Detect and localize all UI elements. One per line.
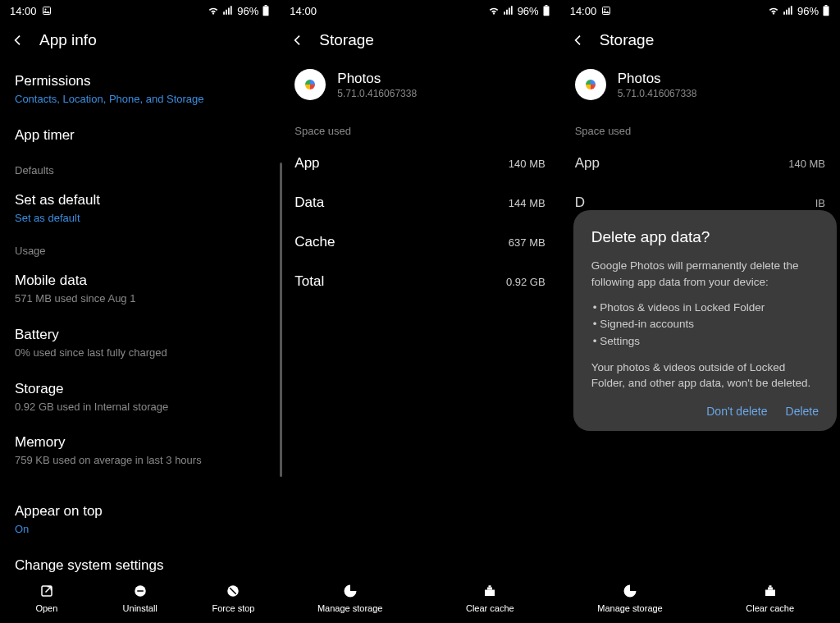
screen-header: App info — [0, 21, 280, 64]
back-icon[interactable] — [572, 34, 585, 47]
page-title: Storage — [600, 31, 655, 49]
app-header: Photos 5.71.0.416067338 — [575, 64, 825, 117]
status-time: 14:00 — [10, 5, 37, 17]
uninstall-button[interactable]: Uninstall — [94, 584, 187, 613]
battery-percent: 96% — [518, 5, 539, 17]
google-photos-logo-icon — [581, 75, 600, 94]
clear-cache-icon — [482, 584, 497, 598]
screen-storage: 14:00 96% Storage Photos 5.71.0 — [280, 0, 559, 623]
battery-icon — [542, 5, 550, 16]
dialog-actions: Don't delete Delete — [591, 405, 819, 418]
wifi-icon — [208, 5, 219, 16]
usage-header: Usage — [15, 236, 265, 263]
screen-header: Storage — [280, 21, 559, 64]
page-title: Storage — [319, 31, 374, 49]
wifi-icon — [768, 5, 779, 16]
storage-row-total: Total 0.92 GB — [294, 262, 545, 301]
force-stop-button[interactable]: Force stop — [187, 584, 281, 613]
svg-rect-8 — [543, 6, 549, 16]
photos-app-icon — [575, 69, 606, 100]
image-icon — [601, 6, 611, 16]
signal-icon — [503, 5, 514, 16]
status-time: 14:00 — [570, 5, 597, 17]
app-name: Photos — [337, 71, 417, 87]
battery-item[interactable]: Battery 0% used since last fully charged — [15, 318, 265, 372]
status-time: 14:00 — [290, 5, 317, 17]
svg-rect-12 — [489, 585, 491, 587]
svg-point-1 — [44, 9, 46, 11]
settings-list: Permissions Contacts, Location, Phone, a… — [0, 64, 280, 575]
svg-rect-2 — [263, 6, 269, 16]
scrollbar[interactable] — [280, 163, 282, 477]
svg-rect-9 — [545, 5, 547, 6]
manage-storage-icon — [623, 584, 637, 598]
svg-rect-19 — [769, 585, 771, 587]
battery-percent: 96% — [797, 5, 819, 17]
status-bar: 14:00 96% — [0, 0, 280, 21]
change-system-settings-item[interactable]: Change system settings Allowed — [15, 548, 265, 575]
svg-point-14 — [605, 9, 606, 11]
battery-icon — [822, 5, 830, 16]
defaults-header: Defaults — [15, 156, 265, 183]
svg-rect-17 — [765, 590, 775, 597]
status-bar: 14:00 96% — [280, 0, 559, 21]
svg-rect-15 — [823, 6, 829, 16]
space-used-header: Space used — [575, 117, 825, 144]
image-icon — [42, 6, 52, 16]
dialog-outro: Your photos & videos outside of Locked F… — [591, 360, 819, 392]
bottom-bar: Manage storage Clear cache — [280, 575, 559, 623]
clear-cache-button[interactable]: Clear cache — [420, 584, 560, 613]
open-icon — [39, 584, 54, 598]
bottom-bar: Open Uninstall Force stop — [0, 575, 280, 623]
force-stop-icon — [226, 584, 240, 598]
svg-rect-11 — [487, 588, 492, 590]
mobile-data-item[interactable]: Mobile data 571 MB used since Aug 1 — [15, 263, 265, 318]
clear-cache-icon — [763, 584, 778, 598]
photos-app-icon — [294, 69, 326, 100]
bottom-bar: Manage storage Clear cache — [560, 575, 840, 623]
dialog-intro: Google Photos will permanently delete th… — [591, 258, 819, 290]
space-used-header: Space used — [294, 117, 545, 144]
dialog-title: Delete app data? — [591, 228, 819, 246]
storage-row-app: App 140 MB — [294, 144, 545, 183]
battery-percent: 96% — [237, 5, 258, 17]
manage-storage-button[interactable]: Manage storage — [560, 584, 701, 613]
back-icon[interactable] — [11, 34, 25, 47]
signal-icon — [783, 5, 794, 16]
google-photos-logo-icon — [300, 75, 320, 94]
storage-row-data: Data 144 MB — [294, 183, 545, 222]
svg-rect-16 — [825, 5, 828, 6]
page-title: App info — [39, 31, 97, 49]
app-version: 5.71.0.416067338 — [337, 88, 417, 99]
svg-rect-18 — [768, 588, 773, 590]
battery-icon — [262, 5, 270, 16]
storage-item[interactable]: Storage 0.92 GB used in Internal storage — [15, 372, 265, 426]
app-timer-item[interactable]: App timer — [15, 118, 265, 156]
manage-storage-button[interactable]: Manage storage — [280, 584, 420, 613]
screen-header: Storage — [560, 21, 840, 64]
storage-row-cache: Cache 637 MB — [294, 222, 545, 262]
app-version: 5.71.0.416067338 — [618, 88, 697, 99]
app-header: Photos 5.71.0.416067338 — [294, 64, 545, 117]
screen-storage-dialog: 14:00 96% Storage Photos — [560, 0, 840, 623]
svg-rect-6 — [137, 590, 144, 592]
signal-icon — [222, 5, 234, 16]
manage-storage-icon — [343, 584, 358, 598]
back-icon[interactable] — [291, 34, 304, 47]
dialog-list: • Photos & videos in Locked Folder • Sig… — [591, 300, 819, 350]
delete-button[interactable]: Delete — [786, 405, 819, 418]
permissions-item[interactable]: Permissions Contacts, Location, Phone, a… — [15, 64, 265, 118]
screen-app-info: 14:00 96% App info Permissions Contacts,… — [0, 0, 280, 623]
svg-rect-10 — [485, 590, 495, 597]
storage-content: Photos 5.71.0.416067338 Space used App 1… — [280, 64, 559, 575]
set-default-item[interactable]: Set as default Set as default — [15, 183, 265, 237]
wifi-icon — [488, 5, 500, 16]
open-button[interactable]: Open — [0, 584, 94, 613]
svg-rect-3 — [265, 5, 267, 6]
memory-item[interactable]: Memory 759 KB used on average in last 3 … — [15, 425, 265, 479]
uninstall-icon — [133, 584, 148, 598]
status-bar: 14:00 96% — [560, 0, 840, 21]
appear-on-top-item[interactable]: Appear on top On — [15, 494, 265, 548]
clear-cache-button[interactable]: Clear cache — [700, 584, 840, 613]
dont-delete-button[interactable]: Don't delete — [706, 405, 767, 418]
